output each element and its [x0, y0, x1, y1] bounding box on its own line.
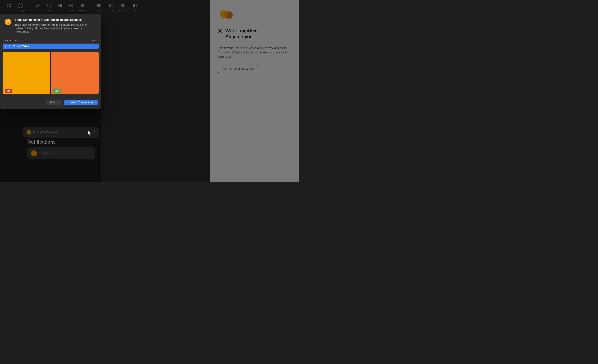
cancel-button[interactable]: Cancel [46, 99, 62, 106]
color-preview-area: Old New [2, 52, 99, 94]
modal-warning-section: Some Components in your document are out… [0, 14, 101, 37]
component-icon: ↻ [9, 45, 11, 48]
modal-warning-content: Some Components in your document are out… [15, 18, 97, 34]
list-timestamp: 23:36 [90, 39, 96, 42]
list-header: Versa UI Kit 23:36 [2, 37, 99, 43]
component-list: Versa UI Kit 23:36 ✓ ↻ Colors / Yellow [2, 37, 99, 49]
old-color-box [2, 52, 50, 94]
update-components-modal: Some Components in your document are out… [0, 14, 101, 109]
old-label: Old [5, 89, 12, 93]
modal-warning-desc: This document contains Components from L… [15, 23, 97, 34]
list-item-colors-yellow[interactable]: ✓ ↻ Colors / Yellow [2, 43, 99, 49]
modal-warning-title: Some Components in your document are out… [15, 18, 97, 22]
list-item-label: Colors / Yellow [13, 45, 30, 48]
check-icon: ✓ [5, 45, 7, 48]
update-components-button[interactable]: Update Components [65, 99, 98, 106]
modal-button-row: Cancel Update Components [0, 97, 101, 109]
preview-old-side: Old [2, 52, 50, 94]
new-label: New [53, 89, 61, 93]
new-color-box [51, 52, 99, 94]
list-library-name: Versa UI Kit [5, 39, 17, 42]
sketch-logo [4, 18, 12, 26]
preview-new-side: New [51, 52, 99, 94]
